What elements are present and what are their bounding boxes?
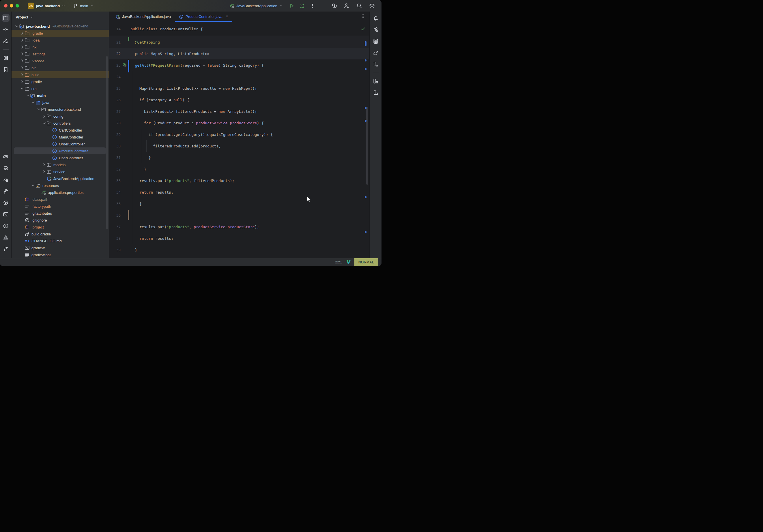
more-run-actions-button[interactable] [309, 2, 316, 10]
tool-strip-button-warnings[interactable] [2, 234, 10, 241]
tool-strip-button-problems[interactable] [2, 222, 10, 230]
code-line-26[interactable]: 26if (category ≠ null) { [109, 94, 370, 106]
code-line[interactable]: public class ProductController { [131, 27, 203, 31]
settings-button[interactable] [368, 2, 376, 10]
code-line-text[interactable]: List<Product> filteredProducts = new Arr… [131, 109, 257, 114]
tree-item-UserController[interactable]: CUserController [12, 154, 109, 161]
tool-strip-button-build-tool-window[interactable] [2, 54, 10, 62]
code-line-30[interactable]: 30filteredProducts.add(product); [109, 140, 370, 152]
analysis-tick[interactable] [365, 107, 367, 109]
tool-strip-button-device-explorer[interactable] [372, 89, 380, 97]
line-number[interactable]: 39 [109, 248, 121, 252]
code-line-text[interactable]: if (category ≠ null) { [131, 98, 189, 102]
tool-strip-button-database[interactable] [372, 38, 380, 45]
tool-strip-button-more-tool-windows[interactable] [2, 77, 10, 85]
code-with-me-button[interactable] [343, 2, 350, 10]
tree-item-.gitattributes[interactable]: .gitattributes [12, 210, 109, 217]
code-line-text[interactable]: public Map<String, List<Product>> [131, 52, 209, 56]
tree-chevron-right-icon[interactable] [20, 72, 25, 77]
project-selector[interactable]: JB java-backend [28, 3, 65, 9]
tool-strip-button-bookmarks[interactable] [2, 66, 10, 73]
code-line-36[interactable]: 36 [109, 209, 370, 221]
line-number[interactable]: 31 [109, 156, 121, 160]
code-line-text[interactable]: for (Product product : productService.pr… [131, 121, 264, 125]
tree-item-.project[interactable]: .project [12, 224, 109, 231]
tree-item-main[interactable]: main [12, 92, 109, 99]
code-line-39[interactable]: 39} [109, 244, 370, 256]
tree-chevron-right-icon[interactable] [20, 45, 25, 49]
analysis-tick[interactable] [365, 68, 367, 70]
line-number[interactable]: 36 [109, 213, 121, 218]
tree-item-OrderController[interactable]: COrderController [12, 141, 109, 148]
tree-chevron-down-icon[interactable] [20, 86, 25, 91]
vim-mode-badge[interactable]: NORMAL [354, 258, 378, 266]
tool-strip-button-structure[interactable] [2, 37, 10, 45]
tree-item-config[interactable]: config [12, 113, 109, 120]
ai-assistant-button[interactable] [330, 2, 338, 10]
tree-item-application.properties[interactable]: application.properties [12, 189, 109, 196]
debug-button[interactable] [298, 2, 306, 10]
tree-item-ProductController[interactable]: CProductController [12, 148, 109, 154]
code-line-text[interactable]: } [131, 248, 137, 252]
tool-strip-button-gradle[interactable] [372, 49, 380, 56]
tree-item-service[interactable]: service [12, 168, 109, 175]
tree-chevron-down-icon[interactable] [14, 24, 19, 29]
code-line-text[interactable]: if (product.getCategory().equalsIgnoreCa… [131, 133, 273, 137]
tool-strip-button-ai-cat[interactable] [2, 153, 10, 160]
tool-strip-button-notifications-bell[interactable] [372, 14, 380, 22]
branch-selector[interactable]: main [73, 3, 93, 8]
tool-strip-button-incognito[interactable] [2, 164, 10, 172]
tool-strip-button-running-devices[interactable] [372, 60, 380, 68]
tree-item-java[interactable]: java [12, 99, 109, 106]
tree-item-.gitignore[interactable]: .gitignore [12, 217, 109, 224]
tree-chevron-right-icon[interactable] [42, 162, 47, 167]
tree-item-java-backend[interactable]: java-backend~/Github/java-backend [12, 23, 109, 30]
tool-strip-button-build-hammer[interactable] [2, 187, 10, 195]
tree-item-gradle[interactable]: gradle [12, 78, 109, 85]
tree-chevron-down-icon[interactable] [42, 121, 47, 126]
tree-item-gradlew.bat[interactable]: gradlew.bat [12, 251, 109, 258]
search-everywhere-button[interactable] [356, 2, 363, 10]
line-number[interactable]: 21 [109, 40, 121, 45]
line-number[interactable]: 22 [109, 52, 121, 56]
tree-item-monostore.backend[interactable]: monostore.backend [12, 106, 109, 113]
tree-chevron-down-icon[interactable] [31, 100, 36, 105]
inspections-ok-icon[interactable] [361, 27, 365, 31]
code-line-23[interactable]: 23getAll(@RequestParam(required = false)… [109, 59, 370, 71]
line-number[interactable]: 32 [109, 167, 121, 171]
editor-scrollbar[interactable] [366, 107, 368, 185]
code-line-text[interactable]: results.put("products", productService.p… [131, 225, 259, 229]
code-line-text[interactable]: Map<String, List<Product>> results = new… [131, 86, 257, 91]
run-button[interactable] [288, 2, 295, 10]
code-line-29[interactable]: 29if (product.getCategory().equalsIgnore… [109, 129, 370, 140]
analysis-tick[interactable] [365, 120, 367, 122]
tree-item-.settings[interactable]: .settings [12, 51, 109, 57]
tree-item-.gradle[interactable]: .gradle [12, 30, 109, 37]
tree-chevron-right-icon[interactable] [20, 52, 25, 56]
tool-strip-button-device-manager[interactable] [372, 78, 380, 85]
tool-strip-button-services[interactable] [2, 199, 10, 207]
tree-item-gradlew[interactable]: gradlew [12, 244, 109, 251]
line-number[interactable]: 24 [109, 75, 121, 79]
close-window-button[interactable] [4, 4, 8, 8]
run-configuration-selector[interactable]: JavaBackendApplication [229, 3, 283, 8]
tree-item-build[interactable]: build [12, 71, 109, 78]
tree-item-CHANGELOG.md[interactable]: MCHANGELOG.md [12, 238, 109, 244]
tree-item-MainController[interactable]: CMainController [12, 134, 109, 141]
tool-strip-button-git[interactable] [2, 245, 10, 253]
tree-item-bin[interactable]: bin [12, 64, 109, 71]
code-line-text[interactable]: return results; [131, 190, 173, 194]
tree-item-.idea[interactable]: .idea [12, 37, 109, 44]
project-tree-scrollbar[interactable] [106, 56, 108, 229]
code-line-text[interactable]: @GetMapping [131, 40, 160, 45]
line-number[interactable]: 28 [109, 121, 121, 125]
tool-strip-button-terminal[interactable] [2, 211, 10, 218]
line-number[interactable]: 34 [109, 190, 121, 194]
tree-item-JavaBackendApplication[interactable]: JavaBackendApplication [12, 175, 109, 182]
close-tab-icon[interactable]: ✕ [226, 15, 228, 19]
code-area[interactable]: 21@GetMapping22public Map<String, List<P… [109, 36, 370, 258]
rest-endpoint-icon[interactable] [122, 63, 127, 67]
line-number[interactable]: 26 [109, 98, 121, 102]
code-line-text[interactable]: results.put("products", filteredProducts… [131, 178, 234, 183]
code-line-31[interactable]: 31} [109, 152, 370, 163]
